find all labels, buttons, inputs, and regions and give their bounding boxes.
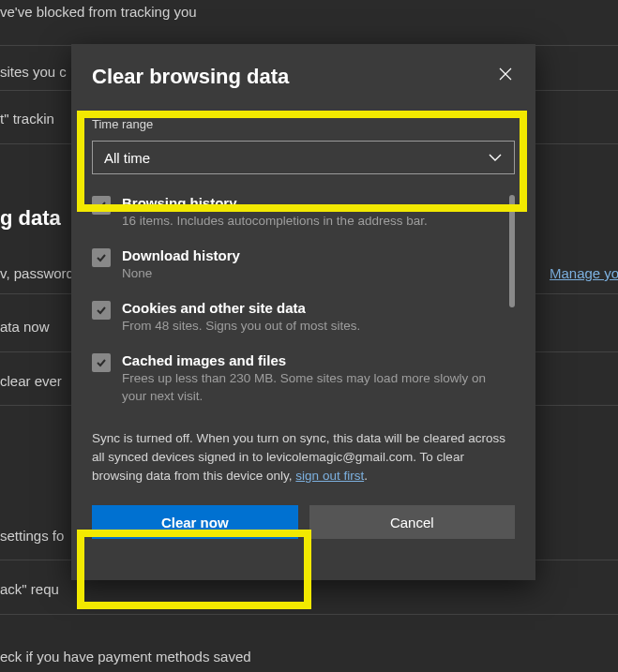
list-item: Cached images and files Frees up less th…: [92, 352, 498, 406]
scrollbar[interactable]: [509, 195, 515, 422]
bg-text: clear ever: [0, 373, 62, 389]
item-title: Cookies and other site data: [122, 300, 498, 316]
bg-text: t" trackin: [0, 111, 54, 127]
dialog-buttons: Clear now Cancel: [92, 505, 515, 539]
list-item: Download history None: [92, 247, 498, 283]
item-title: Browsing history: [122, 195, 498, 211]
checkmark-icon: [96, 357, 107, 368]
close-icon: [499, 67, 512, 81]
time-range-select[interactable]: All time: [92, 141, 515, 174]
item-desc: From 48 sites. Signs you out of most sit…: [122, 318, 498, 336]
cancel-button[interactable]: Cancel: [309, 505, 516, 539]
list-item: Browsing history 16 items. Includes auto…: [92, 195, 498, 231]
item-desc: Frees up less than 230 MB. Some sites ma…: [122, 370, 498, 406]
item-desc: 16 items. Includes autocompletions in th…: [122, 213, 498, 231]
item-title: Cached images and files: [122, 352, 498, 368]
chevron-down-icon: [488, 153, 503, 162]
checkbox-cookies[interactable]: [92, 301, 111, 320]
bg-text: settings fo: [0, 528, 64, 544]
scrollbar-thumb[interactable]: [509, 195, 515, 307]
dialog-title: Clear browsing data: [92, 65, 515, 89]
sync-message: Sync is turned off. When you turn on syn…: [92, 429, 515, 485]
clear-now-button[interactable]: Clear now: [92, 505, 298, 539]
checkmark-icon: [96, 200, 107, 211]
bg-text: ve've blocked from tracking you: [0, 4, 197, 20]
list-item: Cookies and other site data From 48 site…: [92, 300, 498, 336]
bg-heading: g data: [0, 206, 61, 231]
checkmark-icon: [96, 252, 107, 263]
close-button[interactable]: [489, 57, 522, 91]
checkbox-browsing-history[interactable]: [92, 196, 111, 215]
sign-out-link[interactable]: sign out first: [295, 469, 364, 483]
bg-text: ack" requ: [0, 581, 59, 597]
item-desc: None: [122, 265, 498, 283]
manage-link[interactable]: Manage yo: [550, 265, 618, 281]
checkmark-icon: [96, 305, 107, 316]
checkbox-download-history[interactable]: [92, 248, 111, 267]
checkbox-cached-images[interactable]: [92, 353, 111, 372]
time-range-value: All time: [104, 150, 150, 166]
item-title: Download history: [122, 247, 498, 263]
bg-text: eck if you have payment methods saved: [0, 649, 251, 665]
bg-text: ata now: [0, 319, 50, 335]
bg-text: v, password: [0, 265, 74, 281]
time-range-label: Time range: [92, 117, 515, 131]
sync-message-tail: .: [364, 469, 368, 483]
clear-browsing-data-dialog: Clear browsing data Time range All time …: [71, 44, 535, 580]
bg-text: sites you c: [0, 64, 67, 80]
data-type-list: Browsing history 16 items. Includes auto…: [92, 195, 515, 422]
